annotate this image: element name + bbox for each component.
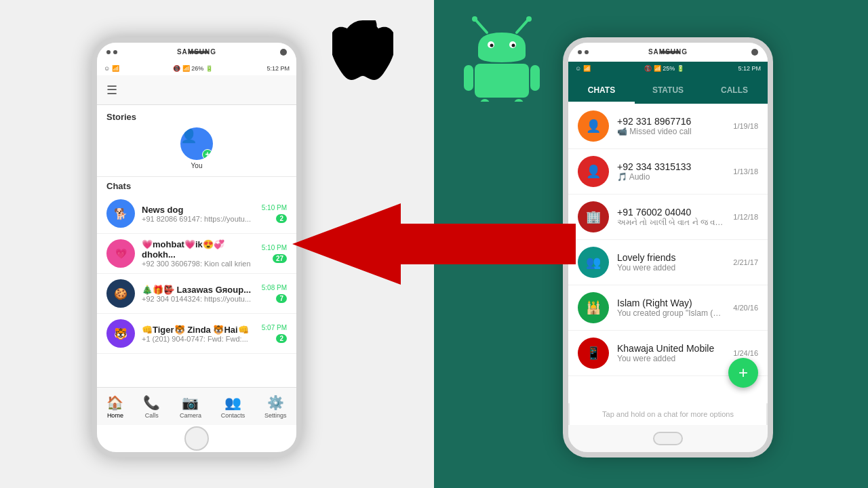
story-plus-icon: +: [202, 149, 213, 160]
android-chat-preview-0: 📹 Missed video call: [617, 127, 725, 136]
svg-point-7: [490, 44, 494, 47]
android-chat-time-3: 2/21/17: [733, 258, 758, 266]
android-chat-preview-3: You were added: [617, 263, 725, 272]
android-phone-top-bar: SAMSUNG: [568, 43, 768, 62]
ios-chat-meta-2: 5:08 PM 7: [262, 284, 287, 303]
home-nav-label: Home: [107, 412, 123, 419]
android-home-button[interactable]: [653, 432, 683, 445]
ios-chat-info-2: 🎄🎁👺 Laзawas Gяoup... +92 304 0144324: ht…: [142, 285, 255, 303]
story-item-you[interactable]: 👤 + You: [106, 127, 287, 169]
android-tab-calls[interactable]: CALLS: [701, 78, 768, 104]
contacts-icon: 👥: [224, 394, 241, 411]
story-avatar-you: 👤 +: [180, 127, 213, 160]
ios-nav-home[interactable]: 🏠 Home: [106, 394, 123, 419]
ios-bottom-nav: 🏠 Home 📞 Calls 📷 Camera 👥 Contacts ⚙️: [97, 387, 296, 425]
ios-chat-preview-0: +91 82086 69147: https://youtu...: [142, 215, 255, 223]
ios-chat-preview-3: +1 (201) 904-0747: Fwd: Fwd:...: [142, 335, 255, 343]
android-chat-time-5: 1/24/16: [733, 349, 758, 357]
android-chat-meta-5: 1/24/16: [733, 349, 758, 357]
android-chat-item-3[interactable]: 👥 Lovely friends You were added 2/21/17: [568, 240, 768, 285]
android-chat-name-0: +92 331 8967716: [617, 116, 725, 127]
svg-rect-10: [464, 65, 473, 91]
ios-chat-badge-0: 2: [276, 214, 287, 223]
ios-nav-contacts[interactable]: 👥 Contacts: [221, 394, 245, 419]
ios-status-bar: ☺ 📶 📵 📶 26% 🔋 5:12 PM: [97, 62, 296, 75]
ios-nav-calls[interactable]: 📞 Calls: [143, 394, 160, 419]
android-chat-preview-1: 🎵 Audio: [617, 172, 725, 182]
story-name-you: You: [191, 162, 203, 169]
android-chat-item-2[interactable]: 🏢 +91 76002 04040 અમને તો ખાલી બે વાત ને…: [568, 195, 768, 240]
ios-chat-name-0: News dog: [142, 205, 255, 215]
chats-section-label: Chats: [106, 181, 287, 191]
ios-chat-meta-3: 5:07 PM 2: [262, 324, 287, 343]
ios-chat-info-3: 👊Tiger🐯 Zinda 🐯Hai👊 +1 (201) 904-0747: F…: [142, 325, 255, 343]
android-tab-status[interactable]: STATUS: [635, 78, 701, 104]
android-chat-meta-2: 1/12/18: [733, 213, 758, 221]
fab-button[interactable]: +: [728, 358, 758, 388]
apple-logo: [332, 20, 393, 97]
svg-point-2: [472, 16, 477, 22]
left-panel: SAMSUNG ☺ 📶 📵 📶 26% 🔋 5:12 PM ☰ Stories …: [0, 0, 434, 488]
android-chat-name-3: Lovely friends: [617, 252, 725, 263]
android-tab-chats[interactable]: CHATS: [568, 78, 635, 104]
ios-chats-section: Chats: [97, 177, 296, 194]
android-chat-time-4: 4/20/16: [733, 304, 758, 312]
svg-rect-13: [514, 99, 524, 102]
ios-chat-preview-1: +92 300 3606798: Kion call krien: [142, 260, 255, 268]
android-phone: SAMSUNG ☺ 📶 📵 📶 25% 🔋 5:12 PM CHATS STAT…: [563, 37, 773, 458]
ios-chat-name-3: 👊Tiger🐯 Zinda 🐯Hai👊: [142, 325, 255, 335]
ios-home-button-area: [97, 425, 296, 452]
home-icon: 🏠: [106, 394, 123, 411]
android-chat-preview-5: You were added: [617, 354, 725, 363]
ios-stories: Stories 👤 + You: [97, 105, 296, 177]
ios-chat-avatar-2: 🍪: [106, 279, 135, 308]
ios-chat-name-2: 🎄🎁👺 Laзawas Gяoup...: [142, 285, 255, 295]
android-chat-info-4: Islam (Right Way) You created group "Isl…: [617, 298, 725, 318]
android-chat-name-2: +91 76002 04040: [617, 207, 725, 218]
svg-point-8: [512, 44, 515, 47]
right-panel: SAMSUNG ☺ 📶 📵 📶 25% 🔋 5:12 PM CHATS STAT…: [434, 0, 868, 488]
android-chat-name-4: Islam (Right Way): [617, 298, 725, 308]
android-chat-meta-3: 2/21/17: [733, 258, 758, 266]
ios-nav-camera[interactable]: 📷 Camera: [180, 394, 201, 419]
ios-chat-time-3: 5:07 PM: [262, 324, 287, 331]
ios-chat-time-1: 5:10 PM: [262, 244, 287, 251]
android-chat-info-2: +91 76002 04040 અમને તો ખાલી બે વાત ને જ…: [617, 207, 725, 227]
ios-chat-avatar-3: 🐯: [106, 319, 135, 348]
ios-chat-info-1: 💗mohbat💗ik😍💞dhokh... +92 300 3606798: Ki…: [142, 239, 255, 268]
android-chat-info-3: Lovely friends You were added: [617, 252, 725, 272]
android-avatar-5: 📱: [578, 338, 609, 369]
android-chat-item-1[interactable]: 👤 +92 334 3315133 🎵 Audio 1/13/18: [568, 149, 768, 195]
android-chat-item-4[interactable]: 🕌 Islam (Right Way) You created group "I…: [568, 285, 768, 331]
camera-nav-label: Camera: [180, 412, 201, 419]
ios-chat-item-0[interactable]: 🐕 News dog +91 82086 69147: https://yout…: [97, 194, 296, 234]
settings-icon: ⚙️: [267, 394, 284, 411]
ios-home-button[interactable]: [184, 426, 209, 451]
stories-label: Stories: [106, 112, 287, 122]
contacts-nav-label: Contacts: [221, 412, 245, 419]
android-chat-info-0: +92 331 8967716 📹 Missed video call: [617, 116, 725, 136]
android-chat-item-0[interactable]: 👤 +92 331 8967716 📹 Missed video call 1/…: [568, 104, 768, 149]
android-chat-info-1: +92 334 3315133 🎵 Audio: [617, 161, 725, 182]
camera-dots: [106, 50, 117, 54]
android-chat-preview-4: You created group "Islam (Right Way)": [617, 308, 725, 318]
hamburger-icon[interactable]: ☰: [106, 83, 117, 98]
android-camera-dots: [578, 50, 589, 54]
ios-nav-settings[interactable]: ⚙️ Settings: [264, 394, 287, 419]
android-chat-meta-1: 1/13/18: [733, 167, 758, 176]
ios-chat-badge-1: 27: [273, 254, 287, 263]
android-hint: Tap and hold on a chat for more options: [568, 403, 768, 425]
ios-chat-item-2[interactable]: 🍪 🎄🎁👺 Laзawas Gяoup... +92 304 0144324: …: [97, 274, 296, 314]
android-chat-meta-0: 1/19/18: [733, 122, 758, 130]
ios-chat-avatar-0: 🐕: [106, 199, 135, 228]
ios-chat-item-1[interactable]: 💗 💗mohbat💗ik😍💞dhokh... +92 300 3606798: …: [97, 234, 296, 274]
calls-nav-label: Calls: [145, 412, 159, 419]
ios-chat-badge-2: 7: [276, 294, 287, 303]
android-avatar-2: 🏢: [578, 201, 609, 232]
ios-chat-item-3[interactable]: 🐯 👊Tiger🐯 Zinda 🐯Hai👊 +1 (201) 904-0747:…: [97, 314, 296, 354]
ios-samsung-brand: SAMSUNG: [177, 48, 216, 56]
android-chat-name-5: Khawaja United Mobile: [617, 343, 725, 354]
svg-rect-12: [480, 99, 490, 102]
camera-icon: 📷: [182, 394, 199, 411]
ios-chat-info-0: News dog +91 82086 69147: https://youtu.…: [142, 205, 255, 223]
